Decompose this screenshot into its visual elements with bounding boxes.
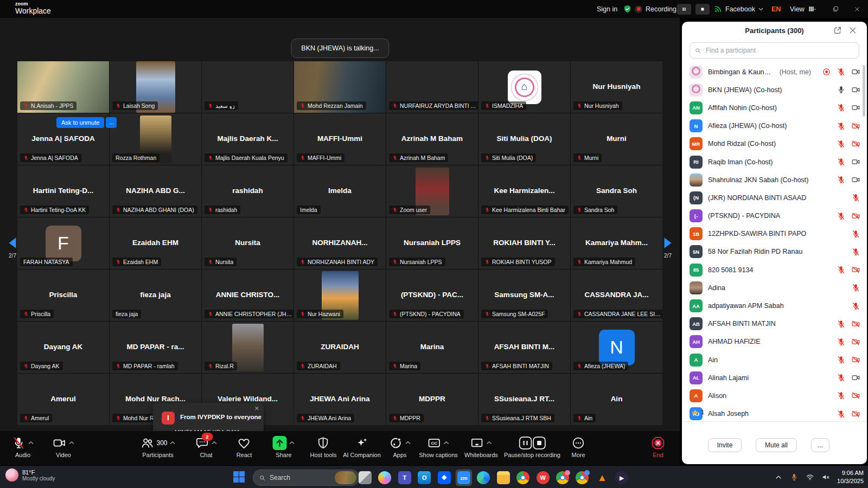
volume-muted-icon[interactable] [821,473,830,481]
video-tile[interactable]: Majlis Daerah K...Majlis Daerah Kuala Pe… [202,113,293,165]
chevron-up-icon[interactable] [443,441,449,445]
video-tile[interactable]: (PTSKND) - PAC...(PTSKND) - PACYDINA [386,269,478,321]
camera-on-icon[interactable] [851,373,860,382]
participant-row[interactable]: AAadpatiyawan APM Sabah [682,297,867,314]
copilot-icon[interactable] [376,470,393,486]
mic-muted-icon[interactable] [837,157,846,166]
close-window-button[interactable] [846,0,868,18]
video-tile[interactable]: NURFAIRUZ ARYDA BINTI ALD... [386,61,478,113]
camera-off-icon[interactable] [851,121,860,131]
video-tile[interactable]: Kamariya Mahm...Kamariya Mahmud [571,217,662,269]
participant-row[interactable]: Shahrulnaz JKN Sabah (Co-host) [682,171,867,189]
gallery-prev-page-button[interactable]: 2/7 [5,235,20,259]
camera-on-icon[interactable] [851,175,860,184]
video-tile[interactable]: fieza jajafieza jaja [110,269,201,321]
camera-on-icon[interactable] [851,85,860,94]
toolbar-participants-button[interactable]: 300Participants [140,436,175,458]
video-tile[interactable]: Sandra SohSandra Soh [571,165,662,217]
zoom-icon[interactable]: zm [456,470,472,486]
mic-muted-icon[interactable] [837,139,846,149]
chevron-up-icon[interactable] [69,441,75,445]
chevron-up-icon[interactable] [28,441,34,445]
toolbar-host-tools-button[interactable]: Host tools [310,436,337,458]
toolbar-pause-stop-button[interactable]: Pause/stop recording [504,436,560,458]
mic-muted-icon[interactable] [837,409,846,419]
video-tile[interactable]: Nur HusniyahNur Husniyah [571,61,662,113]
toolbar-whiteboards-button[interactable]: Whiteboards [464,436,498,458]
mic-muted-icon[interactable] [851,247,860,256]
taskbar-search[interactable]: Search [253,470,359,486]
participant-row[interactable]: RIRaqib Iman (Co-host) [682,153,867,171]
mic-muted-icon[interactable] [851,283,860,292]
mic-muted-icon[interactable] [837,355,846,364]
video-tile[interactable]: Rozza Rothman [110,113,201,165]
video-tile[interactable]: ImeldaImelda [294,165,386,217]
mic-on-icon[interactable] [837,85,846,94]
chevron-up-icon[interactable] [405,441,411,445]
video-tile[interactable]: NAfieza (JHEWA) [571,322,662,373]
video-tile[interactable]: Mohd Rezzan Jamain [294,61,386,113]
video-tile[interactable]: Laisah Song [110,61,201,113]
chrome-profile-2-icon[interactable] [554,470,571,486]
close-panel-icon[interactable] [848,26,858,36]
mic-muted-icon[interactable] [837,319,846,329]
video-tile[interactable]: AinAin [571,374,662,425]
maximize-button[interactable] [825,0,846,18]
camera-off-icon[interactable] [851,337,860,346]
video-tile[interactable]: NORHIZANAH...NORHIZANAH BINTI ADY [294,217,386,269]
participant-row[interactable]: AAin [682,351,867,369]
chevron-up-icon[interactable] [170,441,176,445]
toolbar-audio-button[interactable]: Audio [12,436,34,458]
video-tile[interactable]: زو سعيد [202,61,293,113]
participant-row[interactable]: (N(JKR) NORDIANA BINTI ASAAD [682,189,867,207]
participant-row[interactable]: NAfieza (JHEWA) (Co-host) [682,117,867,135]
chrome-profile-3-icon[interactable] [574,470,590,486]
mic-muted-icon[interactable] [837,211,846,221]
video-tile[interactable]: Samsung SM-A...Samsung SM-A025F [478,269,570,321]
participant-row[interactable]: MRMohd Ridzal (Co-host) [682,135,867,153]
wifi-icon[interactable] [806,473,814,481]
camera-on-icon[interactable] [851,157,860,166]
participant-row[interactable]: 5N58 Nor Fazilah Ridin PD Ranau [682,243,867,261]
mic-muted-icon[interactable] [837,391,846,400]
video-tile[interactable]: NAZIHA ABD G...NAZIHA ABD GHANI (DOA) [110,165,201,217]
edge-icon[interactable] [475,470,492,486]
media-player-icon[interactable]: ▶ [614,470,630,486]
participant-row[interactable]: AJAlsah Joseph [682,405,867,422]
toolbar-show-captions-button[interactable]: CCShow captions [419,436,458,458]
mic-muted-icon[interactable] [837,337,846,346]
video-tile[interactable]: SSusieana.J RT...SSusieana.J RTM SBH [478,374,570,425]
participant-row[interactable]: ANAffifah Nohin (Co-host) [682,99,867,117]
minimize-button[interactable] [803,0,825,18]
toolbar-apps-button[interactable]: Apps [389,436,411,458]
video-tile[interactable]: NursitaNursita [202,217,293,269]
participant-search[interactable] [690,42,859,59]
video-tile[interactable]: ANNIE CHRISTO...ANNIE CHRISTOPHER (JHEV … [202,269,293,321]
video-tile[interactable]: Kee Harmizalen...Kee Harmizalena Binti B… [478,165,570,217]
video-tile[interactable]: CASSANDRA JA...CASSANDRA JANE LEE SIEW .… [571,269,662,321]
task-view-icon[interactable] [357,470,373,486]
participant-row[interactable]: Adina [682,279,867,297]
mic-muted-icon[interactable] [851,301,860,311]
camera-on-icon[interactable] [851,67,860,76]
participant-row[interactable]: ABAFSAH BINTI MATJIN [682,315,867,333]
camera-off-icon[interactable] [851,211,860,221]
video-tile[interactable]: Ezaidah EHMEzaidah EHM [110,217,201,269]
video-tile[interactable]: Siti Mulia (DOA)Siti Mulia (DOA) [478,113,570,165]
video-tile[interactable]: MurniMurni [571,113,662,165]
video-tile[interactable]: Nur Hazwani [294,269,386,321]
video-tile[interactable]: FFARAH NATASYA [17,217,109,269]
video-tile[interactable]: AFSAH BINTI M...AFSAH BINTI MATJIN [478,322,570,373]
video-tile[interactable]: MAFFI-UmmiMAFFI-Ummi [294,113,386,165]
panel-more-button[interactable]: ... [811,438,829,452]
live-stream-status[interactable]: Facebook [714,0,763,18]
video-tile[interactable]: ZURAIDAHZURAIDAH [294,322,386,373]
language-button[interactable]: EN [771,0,781,18]
video-tile[interactable]: rashidahrashidah [202,165,293,217]
camera-off-icon[interactable] [851,355,860,364]
video-tile[interactable]: PriscillaPriscilla [17,269,109,321]
toolbar-more-button[interactable]: More [571,436,585,458]
participant-row[interactable]: Bimbingan & Kaunseling J...(Host, me) [682,63,867,81]
chrome-icon[interactable] [515,470,531,486]
start-button[interactable] [233,471,245,483]
